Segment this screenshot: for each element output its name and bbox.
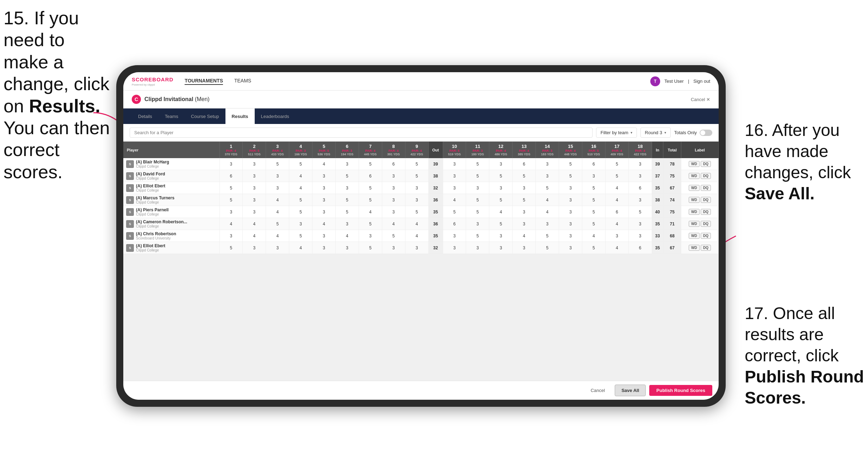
label-btn-wd[interactable]: WD [689, 185, 700, 191]
hole-11-score[interactable]: 5 [466, 194, 489, 206]
hole-14-score[interactable]: 3 [536, 218, 559, 230]
hole-13-score[interactable]: 3 [513, 218, 536, 230]
hole-14-score[interactable]: 3 [536, 158, 559, 170]
hole-3-score[interactable]: 4 [266, 206, 289, 218]
hole-13-score[interactable]: 5 [513, 170, 536, 182]
hole-16-score[interactable]: 5 [582, 218, 605, 230]
label-btn-dq[interactable]: DQ [701, 161, 711, 167]
hole-2-score[interactable]: 3 [243, 158, 266, 170]
label-btn-dq[interactable]: DQ [701, 173, 711, 179]
label-btn-wd[interactable]: WD [689, 173, 700, 179]
hole-4-score[interactable]: 5 [289, 230, 312, 242]
hole-11-score[interactable]: 5 [466, 170, 489, 182]
hole-7-score[interactable]: 4 [359, 206, 382, 218]
label-btn-dq[interactable]: DQ [701, 185, 711, 191]
hole-16-score[interactable]: 4 [582, 230, 605, 242]
hole-4-score[interactable]: 5 [289, 206, 312, 218]
hole-14-score[interactable]: 4 [536, 206, 559, 218]
tab-details[interactable]: Details [132, 108, 159, 124]
hole-5-score[interactable]: 4 [312, 158, 336, 170]
hole-1-score[interactable]: 4 [219, 218, 243, 230]
hole-4-score[interactable]: 4 [289, 182, 312, 194]
hole-4-score[interactable]: 5 [289, 158, 312, 170]
hole-11-score[interactable]: 5 [466, 206, 489, 218]
label-btn-dq[interactable]: DQ [701, 245, 711, 251]
hole-6-score[interactable]: 3 [335, 242, 359, 254]
hole-18-score[interactable]: 3 [628, 230, 652, 242]
hole-4-score[interactable]: 3 [289, 218, 312, 230]
cancel-button[interactable]: Cancel [584, 385, 611, 396]
hole-17-score[interactable]: 5 [605, 158, 628, 170]
hole-1-score[interactable]: 5 [219, 182, 243, 194]
hole-17-score[interactable]: 4 [605, 218, 628, 230]
hole-16-score[interactable]: 5 [582, 206, 605, 218]
label-btn-wd[interactable]: WD [689, 221, 700, 227]
hole-12-score[interactable]: 5 [489, 218, 513, 230]
sign-out-link[interactable]: Sign out [693, 79, 710, 84]
hole-10-score[interactable]: 6 [443, 218, 466, 230]
nav-link-teams[interactable]: TEAMS [234, 78, 251, 85]
hole-3-score[interactable]: 4 [266, 230, 289, 242]
totals-toggle-switch[interactable] [700, 130, 712, 136]
hole-5-score[interactable]: 3 [312, 170, 336, 182]
hole-17-score[interactable]: 4 [605, 182, 628, 194]
hole-4-score[interactable]: 4 [289, 242, 312, 254]
hole-1-score[interactable]: 3 [219, 230, 243, 242]
publish-round-scores-button[interactable]: Publish Round Scores [649, 385, 712, 396]
hole-6-score[interactable]: 3 [335, 158, 359, 170]
hole-2-score[interactable]: 3 [243, 182, 266, 194]
hole-14-score[interactable]: 4 [536, 194, 559, 206]
hole-18-score[interactable]: 5 [628, 206, 652, 218]
tab-teams[interactable]: Teams [159, 108, 185, 124]
hole-6-score[interactable]: 3 [335, 218, 359, 230]
hole-3-score[interactable]: 5 [266, 218, 289, 230]
hole-14-score[interactable]: 5 [536, 242, 559, 254]
hole-7-score[interactable]: 5 [359, 182, 382, 194]
hole-14-score[interactable]: 5 [536, 230, 559, 242]
hole-8-score[interactable]: 3 [382, 170, 405, 182]
hole-12-score[interactable]: 3 [489, 230, 513, 242]
hole-6-score[interactable]: 4 [335, 230, 359, 242]
hole-8-score[interactable]: 3 [382, 206, 405, 218]
hole-12-score[interactable]: 4 [489, 206, 513, 218]
hole-7-score[interactable]: 3 [359, 230, 382, 242]
hole-9-score[interactable]: 3 [405, 194, 428, 206]
hole-15-score[interactable]: 3 [559, 206, 582, 218]
hole-16-score[interactable]: 3 [582, 170, 605, 182]
hole-9-score[interactable]: 3 [405, 182, 428, 194]
label-btn-wd[interactable]: WD [689, 161, 700, 167]
hole-8-score[interactable]: 5 [382, 230, 405, 242]
hole-1-score[interactable]: 3 [219, 206, 243, 218]
hole-1-score[interactable]: 3 [219, 158, 243, 170]
hole-11-score[interactable]: 3 [466, 242, 489, 254]
hole-2-score[interactable]: 3 [243, 170, 266, 182]
hole-5-score[interactable]: 3 [312, 230, 336, 242]
nav-link-tournaments[interactable]: TOURNAMENTS [185, 78, 223, 85]
hole-11-score[interactable]: 5 [466, 230, 489, 242]
hole-9-score[interactable]: 5 [405, 170, 428, 182]
hole-12-score[interactable]: 3 [489, 182, 513, 194]
hole-6-score[interactable]: 5 [335, 170, 359, 182]
hole-5-score[interactable]: 3 [312, 182, 336, 194]
hole-17-score[interactable]: 4 [605, 242, 628, 254]
hole-2-score[interactable]: 3 [243, 206, 266, 218]
hole-11-score[interactable]: 5 [466, 158, 489, 170]
hole-15-score[interactable]: 5 [559, 170, 582, 182]
hole-2-score[interactable]: 3 [243, 242, 266, 254]
hole-18-score[interactable]: 6 [628, 242, 652, 254]
hole-16-score[interactable]: 5 [582, 242, 605, 254]
cancel-tournament-btn[interactable]: Cancel ✕ [691, 97, 710, 102]
hole-14-score[interactable]: 3 [536, 170, 559, 182]
hole-10-score[interactable]: 3 [443, 182, 466, 194]
hole-11-score[interactable]: 3 [466, 182, 489, 194]
hole-15-score[interactable]: 3 [559, 218, 582, 230]
hole-7-score[interactable]: 5 [359, 158, 382, 170]
label-btn-wd[interactable]: WD [689, 197, 700, 203]
hole-10-score[interactable]: 3 [443, 170, 466, 182]
hole-9-score[interactable]: 4 [405, 218, 428, 230]
label-btn-dq[interactable]: DQ [701, 197, 711, 203]
hole-2-score[interactable]: 4 [243, 218, 266, 230]
label-btn-wd[interactable]: WD [689, 209, 700, 215]
hole-1-score[interactable]: 6 [219, 170, 243, 182]
hole-9-score[interactable]: 3 [405, 242, 428, 254]
